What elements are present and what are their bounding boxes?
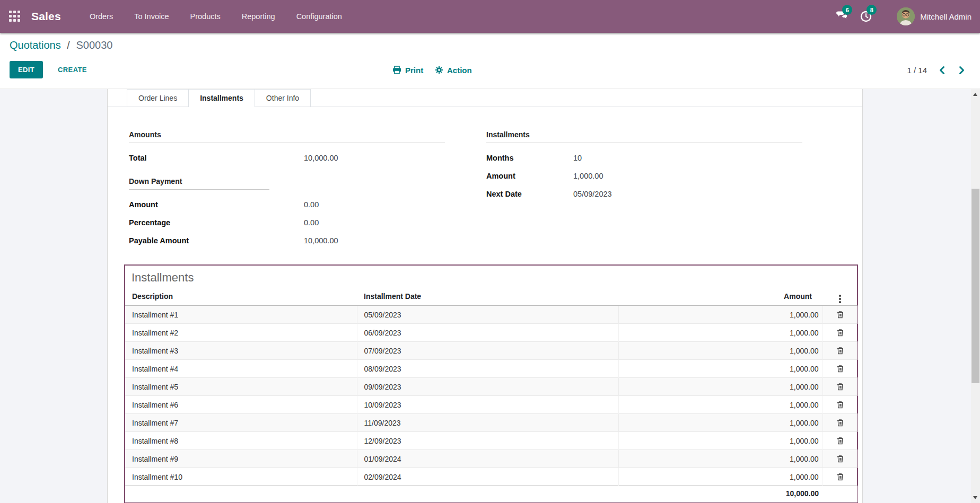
- cell-amount[interactable]: 1,000.00: [618, 360, 822, 378]
- cell-amount[interactable]: 1,000.00: [618, 468, 822, 486]
- installments-table: Description Installment Date Amount Inst…: [125, 288, 858, 502]
- pager-next-button[interactable]: [957, 65, 966, 76]
- cell-installment-date[interactable]: 02/09/2024: [357, 468, 618, 486]
- field-amount: Amount1,000.00: [486, 167, 802, 185]
- delete-row-button[interactable]: [834, 327, 846, 338]
- delete-row-button[interactable]: [834, 453, 846, 464]
- cell-amount[interactable]: 1,000.00: [618, 306, 822, 324]
- tab-other-info[interactable]: Other Info: [255, 89, 311, 107]
- scrollbar-thumb[interactable]: [972, 189, 979, 383]
- cell-amount[interactable]: 1,000.00: [618, 378, 822, 396]
- create-button[interactable]: CREATE: [52, 61, 92, 78]
- delete-row-button[interactable]: [834, 399, 846, 410]
- cell-installment-date[interactable]: 06/09/2023: [357, 324, 618, 342]
- print-button[interactable]: Print: [392, 63, 423, 77]
- cell-installment-date[interactable]: 12/09/2023: [357, 432, 618, 450]
- optional-columns-button[interactable]: [837, 294, 843, 304]
- cell-installment-date[interactable]: 10/09/2023: [357, 396, 618, 414]
- scrollbar-up-arrow-icon[interactable]: [973, 93, 977, 96]
- cell-description[interactable]: Installment #2: [125, 324, 357, 342]
- field-amount: Amount0.00: [129, 196, 445, 214]
- field-value-amount: 0.00: [304, 200, 445, 209]
- delete-row-button[interactable]: [834, 381, 846, 392]
- control-panel: Quotations / S00030 EDIT CREATE Print Ac…: [0, 33, 980, 89]
- action-button[interactable]: Action: [435, 63, 472, 77]
- delete-row-button[interactable]: [834, 417, 846, 428]
- cell-installment-date[interactable]: 01/09/2024: [357, 450, 618, 468]
- top-navbar: Sales OrdersTo InvoiceProductsReportingC…: [0, 0, 980, 33]
- cell-description[interactable]: Installment #8: [125, 432, 357, 450]
- delete-row-button[interactable]: [834, 435, 846, 446]
- form-groups-row: Amounts Total10,000.00 Down Payment Amou…: [129, 130, 841, 250]
- cell-installment-date[interactable]: 07/09/2023: [357, 342, 618, 360]
- trash-icon: [836, 310, 844, 319]
- cell-description[interactable]: Installment #6: [125, 396, 357, 414]
- installment-row-6[interactable]: Installment #610/09/20231,000.00: [125, 396, 858, 414]
- delete-row-button[interactable]: [834, 471, 846, 482]
- scrollbar-down-arrow-icon[interactable]: [973, 496, 977, 499]
- cell-description[interactable]: Installment #3: [125, 342, 357, 360]
- column-header-amount[interactable]: Amount: [618, 288, 822, 306]
- cell-installment-date[interactable]: 11/09/2023: [357, 414, 618, 432]
- cell-description[interactable]: Installment #5: [125, 378, 357, 396]
- user-menu[interactable]: Mitchell Admin: [897, 7, 972, 25]
- delete-row-button[interactable]: [834, 309, 846, 320]
- cell-installment-date[interactable]: 08/09/2023: [357, 360, 618, 378]
- menu-item-to-invoice[interactable]: To Invoice: [124, 0, 179, 33]
- menu-item-orders[interactable]: Orders: [79, 0, 124, 33]
- cell-amount[interactable]: 1,000.00: [618, 450, 822, 468]
- installment-row-4[interactable]: Installment #408/09/20231,000.00: [125, 360, 858, 378]
- field-value-payable-amount: 10,000.00: [304, 236, 445, 245]
- installment-row-3[interactable]: Installment #307/09/20231,000.00: [125, 342, 858, 360]
- cell-amount[interactable]: 1,000.00: [618, 414, 822, 432]
- delete-row-button[interactable]: [834, 345, 846, 356]
- app-name[interactable]: Sales: [31, 10, 61, 23]
- cell-delete: [822, 414, 858, 432]
- apps-grid-icon[interactable]: [9, 11, 21, 23]
- messages-badge: 6: [842, 5, 852, 15]
- cell-description[interactable]: Installment #7: [125, 414, 357, 432]
- delete-row-button[interactable]: [834, 363, 846, 374]
- table-footer-row: 10,000.00: [125, 486, 858, 503]
- cell-description[interactable]: Installment #1: [125, 306, 357, 324]
- installment-row-5[interactable]: Installment #509/09/20231,000.00: [125, 378, 858, 396]
- cell-amount[interactable]: 1,000.00: [618, 324, 822, 342]
- breadcrumb-quotations-link[interactable]: Quotations: [10, 39, 61, 51]
- cell-description[interactable]: Installment #10: [125, 468, 357, 486]
- pager-previous-button[interactable]: [938, 65, 947, 76]
- messages-button[interactable]: 6: [833, 8, 850, 24]
- column-header-installment-date[interactable]: Installment Date: [357, 288, 618, 306]
- menu-item-products[interactable]: Products: [180, 0, 231, 33]
- odoo-sales-quotation-page: { "colors": { "navbar_bg": "#875A7B", "a…: [0, 0, 980, 503]
- cell-installment-date[interactable]: 05/09/2023: [357, 306, 618, 324]
- installment-row-9[interactable]: Installment #901/09/20241,000.00: [125, 450, 858, 468]
- field-value-percentage: 0.00: [304, 218, 445, 227]
- cell-delete: [822, 378, 858, 396]
- cell-amount[interactable]: 1,000.00: [618, 342, 822, 360]
- installment-row-10[interactable]: Installment #1002/09/20241,000.00: [125, 468, 858, 486]
- cell-installment-date[interactable]: 09/09/2023: [357, 378, 618, 396]
- edit-button[interactable]: EDIT: [10, 61, 43, 78]
- activities-button[interactable]: 8: [858, 8, 874, 24]
- installment-row-2[interactable]: Installment #206/09/20231,000.00: [125, 324, 858, 342]
- cell-amount[interactable]: 1,000.00: [618, 396, 822, 414]
- column-header-description[interactable]: Description: [125, 288, 357, 306]
- tab-order-lines[interactable]: Order Lines: [127, 89, 189, 107]
- menu-item-configuration[interactable]: Configuration: [286, 0, 353, 33]
- cell-description[interactable]: Installment #4: [125, 360, 357, 378]
- installment-row-1[interactable]: Installment #105/09/20231,000.00: [125, 306, 858, 324]
- cell-amount[interactable]: 1,000.00: [618, 432, 822, 450]
- tab-installments[interactable]: Installments: [188, 89, 255, 107]
- installment-row-8[interactable]: Installment #812/09/20231,000.00: [125, 432, 858, 450]
- installments-one2many-box: Installments Description Installment Dat…: [124, 264, 858, 503]
- vertical-scrollbar: [971, 89, 980, 503]
- trash-icon: [836, 364, 844, 373]
- cell-delete: [822, 396, 858, 414]
- kebab-vertical-dots-icon: [839, 295, 841, 303]
- trash-icon: [836, 418, 844, 427]
- installment-row-7[interactable]: Installment #711/09/20231,000.00: [125, 414, 858, 432]
- navbar-menu: OrdersTo InvoiceProductsReportingConfigu…: [79, 0, 353, 33]
- cell-description[interactable]: Installment #9: [125, 450, 357, 468]
- menu-item-reporting[interactable]: Reporting: [231, 0, 286, 33]
- field-next-date: Next Date05/09/2023: [486, 185, 802, 203]
